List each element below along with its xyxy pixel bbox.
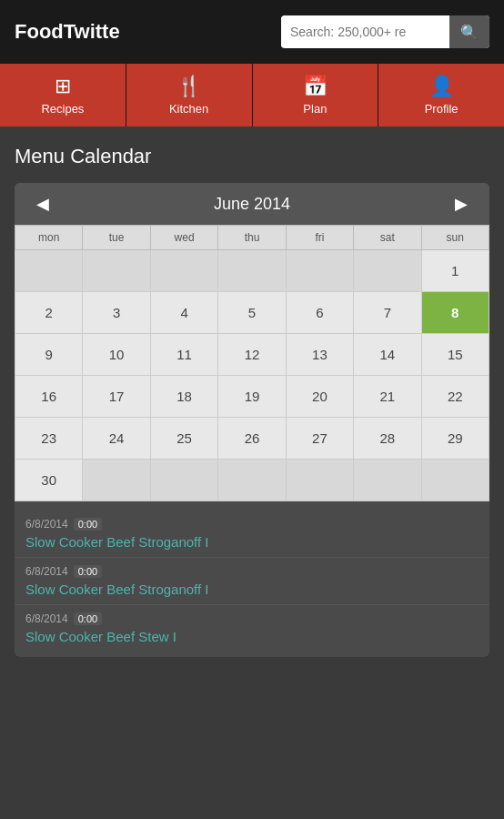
- tab-plan[interactable]: 📅 Plan: [253, 64, 379, 126]
- calendar-day[interactable]: 4: [150, 292, 217, 334]
- section-title: Menu Calendar: [15, 145, 489, 168]
- calendar-day: [83, 460, 150, 501]
- calendar-day: [218, 250, 286, 292]
- list-item: 6/8/2014 0:00 Slow Cooker Beef Stroganof…: [15, 558, 489, 605]
- calendar-day[interactable]: 14: [354, 334, 421, 376]
- search-input[interactable]: [281, 17, 449, 46]
- prev-month-button[interactable]: ◀: [29, 194, 56, 214]
- calendar-day: [150, 250, 217, 292]
- calendar-day[interactable]: 13: [286, 334, 353, 376]
- tab-kitchen[interactable]: 🍴 Kitchen: [126, 64, 253, 126]
- calendar-day[interactable]: 12: [218, 334, 286, 376]
- meal-time-badge: 0:00: [74, 612, 102, 625]
- day-header-tue: tue: [83, 226, 150, 250]
- meal-time-badge: 0:00: [74, 518, 102, 531]
- calendar-day[interactable]: 11: [150, 334, 217, 376]
- tab-profile-label: Profile: [425, 102, 459, 116]
- day-header-mon: mon: [15, 226, 83, 250]
- meal-date: 6/8/2014: [25, 518, 68, 531]
- calendar-day: [83, 250, 150, 292]
- calendar-day[interactable]: 17: [83, 376, 150, 418]
- calendar-day: [286, 460, 353, 501]
- calendar-day[interactable]: 30: [15, 460, 83, 501]
- calendar-day: [286, 250, 353, 292]
- recipes-icon: ⊞: [55, 75, 71, 98]
- tab-recipes[interactable]: ⊞ Recipes: [0, 64, 126, 126]
- calendar-day[interactable]: 21: [354, 376, 421, 418]
- calendar-day: [15, 250, 83, 292]
- list-item: 6/8/2014 0:00 Slow Cooker Beef Stroganof…: [15, 511, 489, 558]
- tab-plan-label: Plan: [303, 102, 327, 116]
- calendar-day[interactable]: 9: [15, 334, 83, 376]
- calendar-day[interactable]: 15: [421, 334, 489, 376]
- calendar-day[interactable]: 26: [218, 418, 286, 460]
- calendar-day: [150, 460, 217, 501]
- day-header-sun: sun: [421, 226, 489, 250]
- calendar-day[interactable]: 16: [15, 376, 83, 418]
- meal-name[interactable]: Slow Cooker Beef Stroganoff I: [25, 534, 479, 550]
- meal-date: 6/8/2014: [25, 612, 68, 625]
- calendar-day[interactable]: 18: [150, 376, 217, 418]
- calendar-day: [354, 460, 421, 501]
- app-title: FoodTwitte: [15, 20, 120, 44]
- profile-icon: 👤: [429, 75, 454, 98]
- meal-name[interactable]: Slow Cooker Beef Stroganoff I: [25, 581, 479, 597]
- calendar-day[interactable]: 29: [421, 418, 489, 460]
- calendar-day[interactable]: 3: [83, 292, 150, 334]
- search-icon: 🔍: [460, 24, 479, 41]
- day-header-wed: wed: [150, 226, 217, 250]
- calendar-day[interactable]: 20: [286, 376, 353, 418]
- next-month-button[interactable]: ▶: [448, 194, 475, 214]
- calendar-day[interactable]: 24: [83, 418, 150, 460]
- calendar-day[interactable]: 6: [286, 292, 353, 334]
- meal-date: 6/8/2014: [25, 565, 68, 578]
- calendar-day[interactable]: 1: [421, 250, 489, 292]
- day-header-sat: sat: [354, 226, 421, 250]
- tab-kitchen-label: Kitchen: [169, 102, 208, 116]
- calendar-day[interactable]: 2: [15, 292, 83, 334]
- calendar-day: [354, 250, 421, 292]
- header: FoodTwitte 🔍: [0, 0, 504, 64]
- meal-name[interactable]: Slow Cooker Beef Stew I: [25, 629, 479, 644]
- calendar-day[interactable]: 10: [83, 334, 150, 376]
- search-button[interactable]: 🔍: [449, 15, 489, 48]
- meal-meta: 6/8/2014 0:00: [25, 565, 479, 578]
- calendar-day[interactable]: 23: [15, 418, 83, 460]
- calendar-month-title: June 2014: [214, 195, 290, 214]
- day-header-thu: thu: [218, 226, 286, 250]
- plan-icon: 📅: [303, 75, 328, 98]
- meal-meta: 6/8/2014 0:00: [25, 518, 479, 531]
- calendar-day: [421, 460, 489, 501]
- calendar-day[interactable]: 25: [150, 418, 217, 460]
- meal-time-badge: 0:00: [74, 565, 102, 578]
- tab-profile[interactable]: 👤 Profile: [378, 64, 504, 126]
- calendar-day[interactable]: 19: [218, 376, 286, 418]
- calendar-day[interactable]: 8: [421, 292, 489, 334]
- search-bar: 🔍: [281, 15, 489, 48]
- tab-recipes-label: Recipes: [41, 102, 84, 116]
- calendar-day[interactable]: 7: [354, 292, 421, 334]
- calendar-grid: mon tue wed thu fri sat sun 123456789101…: [15, 225, 489, 501]
- day-header-fri: fri: [286, 226, 353, 250]
- meal-list: 6/8/2014 0:00 Slow Cooker Beef Stroganof…: [15, 501, 489, 657]
- calendar-day[interactable]: 22: [421, 376, 489, 418]
- main-content: Menu Calendar ◀ June 2014 ▶ mon tue wed …: [0, 126, 504, 675]
- meal-meta: 6/8/2014 0:00: [25, 612, 479, 625]
- calendar-day[interactable]: 27: [286, 418, 353, 460]
- calendar: ◀ June 2014 ▶ mon tue wed thu fri sat su…: [15, 183, 489, 657]
- calendar-day[interactable]: 28: [354, 418, 421, 460]
- kitchen-icon: 🍴: [176, 75, 201, 98]
- calendar-day: [218, 460, 286, 501]
- calendar-day[interactable]: 5: [218, 292, 286, 334]
- list-item: 6/8/2014 0:00 Slow Cooker Beef Stew I: [15, 605, 489, 652]
- calendar-header: ◀ June 2014 ▶: [15, 183, 489, 225]
- nav-tabs: ⊞ Recipes 🍴 Kitchen 📅 Plan 👤 Profile: [0, 64, 504, 126]
